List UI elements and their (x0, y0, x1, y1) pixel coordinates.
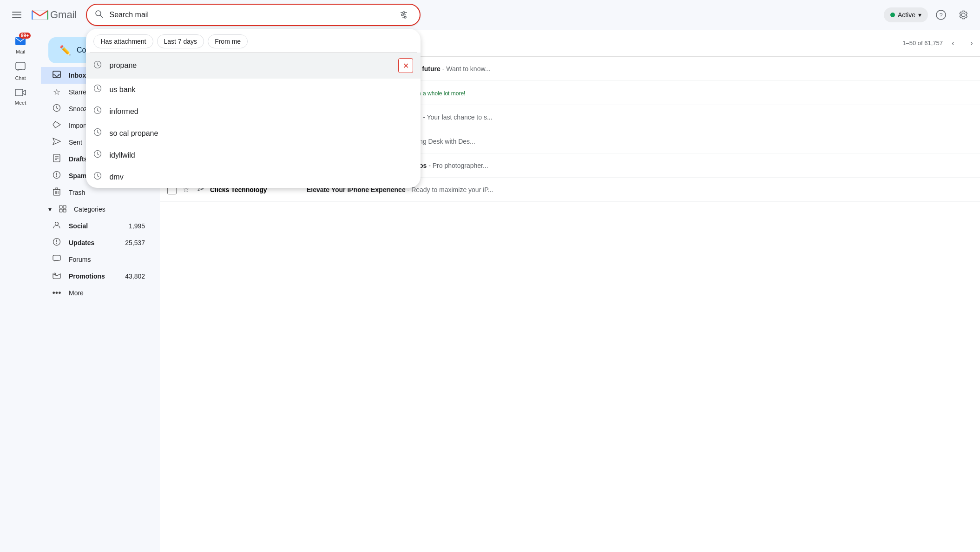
topbar-right: Active ▾ ? (884, 6, 973, 24)
svg-marker-42 (53, 138, 60, 145)
suggestion-text-2: us bank (109, 86, 413, 94)
suggestion-clear-button[interactable]: ✕ (398, 58, 413, 73)
svg-point-13 (404, 16, 406, 18)
email-preview: - Ready to maximize your iP... (408, 186, 493, 193)
active-caret-icon: ▾ (918, 11, 921, 19)
categories-chevron: ▾ (48, 206, 52, 213)
search-dropdown: Has attachment Last 7 days From me propa… (86, 29, 421, 188)
categories-icon (59, 205, 66, 214)
suggestion-informed[interactable]: informed (86, 100, 421, 122)
pagination-text: 1–50 of 61,757 (902, 40, 943, 47)
clock-icon-4 (93, 128, 102, 139)
promotions-count: 43,802 (125, 273, 145, 280)
spam-icon (52, 171, 61, 181)
left-nav-meet[interactable]: Meet (4, 86, 37, 108)
categories-header[interactable]: ▾ Categories (41, 201, 160, 218)
inbox-icon (52, 71, 61, 80)
suggestion-text-1: propane (109, 61, 391, 70)
sidebar-item-promotions[interactable]: Promotions 43,802 (41, 268, 152, 285)
svg-text:?: ? (939, 12, 942, 19)
sidebar-item-more[interactable]: ••• More (41, 285, 152, 301)
important-icon (52, 121, 61, 131)
forums-icon (52, 255, 61, 265)
mail-icon: 99+ (15, 36, 26, 48)
svg-line-31 (98, 176, 99, 177)
updates-count: 25,537 (125, 239, 145, 246)
next-page-button[interactable]: › (963, 35, 980, 52)
settings-button[interactable] (954, 6, 973, 24)
svg-rect-36 (15, 89, 23, 96)
more-icon: ••• (52, 288, 61, 298)
suggestion-idyllwild[interactable]: idyllwild (86, 144, 421, 166)
suggestion-us-bank[interactable]: us bank (86, 79, 421, 100)
svg-line-19 (98, 89, 99, 90)
email-preview: - Pro photographer... (428, 162, 488, 169)
suggestion-propane[interactable]: propane ✕ (86, 53, 421, 79)
social-icon (52, 221, 61, 232)
hamburger-button[interactable] (7, 6, 26, 24)
search-filter-button[interactable] (395, 7, 412, 23)
clock-icon-5 (93, 150, 102, 160)
promotions-icon (52, 272, 61, 281)
last-7-days-chip[interactable]: Last 7 days (157, 34, 204, 48)
svg-line-28 (98, 154, 99, 155)
svg-point-12 (401, 14, 403, 16)
more-label: More (69, 289, 145, 297)
active-status-button[interactable]: Active ▾ (884, 7, 928, 22)
drafts-icon (52, 154, 61, 165)
suggestion-so-cal-propane[interactable]: so cal propane (86, 122, 421, 144)
forums-label: Forums (69, 256, 145, 263)
svg-rect-55 (59, 206, 62, 208)
updates-label: Updates (69, 239, 118, 246)
sidebar-item-social[interactable]: Social 1,995 (41, 218, 152, 234)
search-chips: Has attachment Last 7 days From me (86, 29, 421, 52)
has-attachment-chip[interactable]: Has attachment (93, 34, 153, 48)
sidebar-item-forums[interactable]: Forums (41, 251, 152, 268)
svg-point-64 (54, 273, 56, 275)
from-me-chip[interactable]: From me (208, 34, 248, 48)
meet-label: Meet (15, 100, 26, 106)
search-box (86, 4, 421, 26)
suggestion-text-4: so cal propane (109, 129, 413, 138)
suggestion-text-3: informed (109, 107, 413, 116)
social-label: Social (69, 222, 121, 230)
svg-rect-37 (53, 71, 60, 78)
email-preview: - Want to know... (442, 65, 491, 73)
trash-icon (52, 187, 61, 198)
pagination-info: 1–50 of 61,757 ‹ › (902, 35, 980, 52)
search-input[interactable] (109, 11, 395, 19)
clock-icon-2 (93, 84, 102, 95)
chat-icon (15, 62, 26, 74)
email-preview: - Your last chance to s... (423, 113, 492, 121)
svg-point-59 (55, 222, 59, 225)
help-button[interactable]: ? (932, 6, 950, 24)
svg-rect-57 (59, 209, 62, 212)
svg-rect-1 (12, 14, 21, 15)
starred-icon: ☆ (52, 87, 61, 97)
social-count: 1,995 (129, 222, 145, 230)
svg-rect-58 (63, 209, 66, 212)
svg-point-49 (56, 176, 57, 177)
search-icon (94, 9, 104, 21)
svg-line-22 (98, 111, 99, 112)
active-dot (890, 13, 895, 17)
sidebar-item-updates[interactable]: Updates 25,537 (41, 234, 152, 251)
left-nav-chat[interactable]: Chat (4, 59, 37, 84)
gmail-logo: Gmail (32, 8, 77, 21)
suggestion-text-6: dmv (109, 173, 413, 181)
svg-rect-0 (12, 12, 21, 13)
prev-page-button[interactable]: ‹ (945, 35, 961, 52)
left-nav-mail[interactable]: 99+ Mail (4, 33, 37, 57)
topbar: Gmail Has attachment Last 7 days From me (0, 0, 980, 30)
suggestion-text-5: idyllwild (109, 151, 413, 160)
svg-rect-63 (53, 255, 60, 260)
svg-rect-2 (12, 17, 21, 18)
trash-label: Trash (69, 189, 145, 196)
svg-line-40 (57, 108, 58, 109)
gmail-text: Gmail (50, 9, 77, 21)
chat-label: Chat (15, 75, 26, 81)
active-label: Active (898, 11, 915, 19)
updates-icon (52, 238, 61, 248)
suggestion-dmv[interactable]: dmv (86, 166, 421, 188)
sent-icon (52, 138, 61, 147)
